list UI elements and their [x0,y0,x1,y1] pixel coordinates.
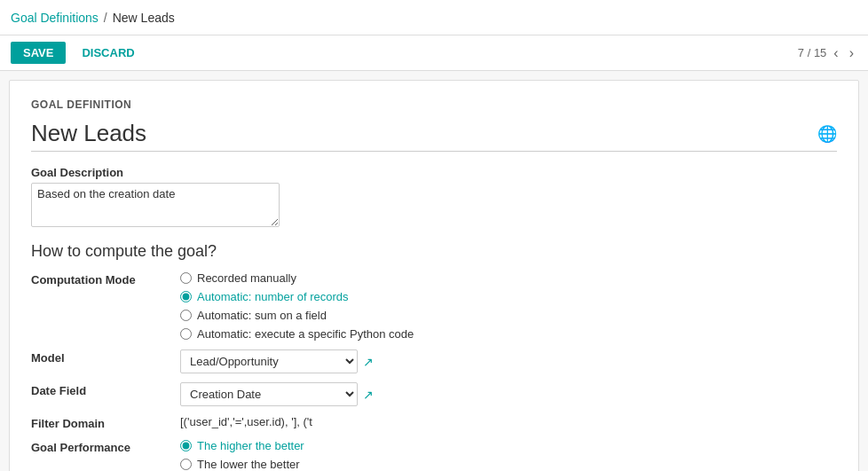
save-button[interactable]: SAVE [11,42,66,64]
form-table: Computation Mode Recorded manually Autom… [31,271,837,471]
content-area: Goal Definition 🌐 Goal Description Based… [0,71,868,471]
goal-description-label: Goal Description [31,166,837,179]
breadcrumb-parent[interactable]: Goal Definitions [11,11,99,25]
breadcrumb-current: New Leads [113,11,175,25]
pagination-info: 7 / 15 [798,46,827,59]
goal-performance-label: Goal Performance [31,439,173,454]
radio-higher-better-label: The higher the better [197,439,304,452]
radio-auto-number-label: Automatic: number of records [197,290,349,303]
radio-lower-better-label: The lower the better [197,458,300,471]
radio-lower-better[interactable]: The lower the better [180,458,837,471]
globe-icon[interactable]: 🌐 [817,124,837,144]
breadcrumb-bar: Goal Definitions / New Leads [0,0,868,35]
goal-description-input[interactable]: Based on the creation date [31,183,280,227]
date-field-external-link-icon[interactable]: ↗ [363,388,374,402]
radio-auto-number[interactable]: Automatic: number of records [180,290,837,303]
radio-auto-python-label: Automatic: execute a specific Python cod… [197,327,414,341]
radio-higher-better[interactable]: The higher the better [180,439,837,452]
compute-heading: How to compute the goal? [31,242,837,261]
goal-description-row: Goal Description Based on the creation d… [31,166,837,230]
discard-button[interactable]: DISCARD [73,42,143,64]
model-row: Lead/Opportunity ↗ [180,349,837,373]
name-input[interactable] [31,120,817,147]
radio-recorded-manually-label: Recorded manually [197,271,296,285]
form-card: Goal Definition 🌐 Goal Description Based… [9,80,859,471]
filter-domain-label: Filter Domain [31,415,173,430]
section-label: Goal Definition [31,98,837,111]
date-field-select[interactable]: Creation Date [180,382,358,406]
filter-domain-value[interactable]: [('user_id','=',user.id), '], ('t [180,415,837,428]
radio-auto-sum-label: Automatic: sum on a field [197,309,327,322]
model-label: Model [31,349,173,365]
model-external-link-icon[interactable]: ↗ [363,355,374,369]
next-button[interactable]: › [846,43,857,63]
computation-mode-label: Computation Mode [31,271,173,287]
model-select[interactable]: Lead/Opportunity [180,349,358,373]
name-row: 🌐 [31,120,837,152]
prev-button[interactable]: ‹ [830,43,841,63]
date-field-row: Creation Date ↗ [180,382,837,406]
goal-performance-options: The higher the better The lower the bett… [180,439,837,471]
radio-recorded-manually[interactable]: Recorded manually [180,271,837,285]
radio-auto-sum[interactable]: Automatic: sum on a field [180,309,837,322]
computation-mode-options: Recorded manually Automatic: number of r… [180,271,837,341]
radio-auto-python[interactable]: Automatic: execute a specific Python cod… [180,327,837,341]
breadcrumb-separator: / [104,11,107,25]
date-field-label: Date Field [31,382,173,397]
action-bar: SAVE DISCARD 7 / 15 ‹ › [0,35,868,71]
